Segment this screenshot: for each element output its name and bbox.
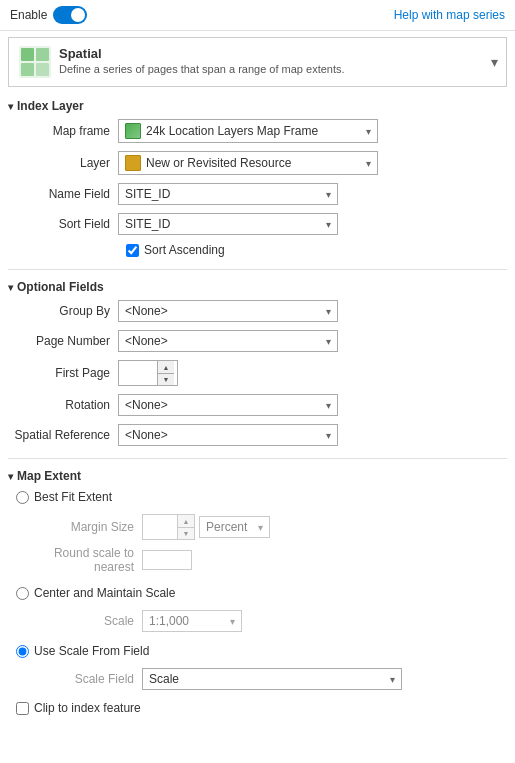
spatial-ref-label: Spatial Reference — [8, 428, 118, 442]
layer-control: New or Revisited Resource ▾ — [118, 151, 507, 175]
page-number-control: <None> ▾ — [118, 330, 507, 352]
map-frame-arrow: ▾ — [366, 126, 371, 137]
enable-toggle[interactable] — [53, 6, 87, 24]
margin-size-spin-buttons: ▲ ▼ — [177, 515, 194, 539]
scale-label: Scale — [32, 614, 142, 628]
name-field-dropdown[interactable]: SITE_ID ▾ — [118, 183, 338, 205]
use-scale-field-radio[interactable] — [16, 645, 29, 658]
spatial-ref-dropdown[interactable]: <None> ▾ — [118, 424, 338, 446]
scale-value: 1:1,000 — [149, 614, 226, 628]
margin-size-input[interactable]: 25 — [143, 515, 177, 539]
clip-checkbox[interactable] — [16, 702, 29, 715]
margin-size-down-button[interactable]: ▼ — [178, 527, 194, 539]
use-scale-field-sub: Scale Field Scale ▾ — [8, 663, 507, 697]
page-number-value: <None> — [125, 334, 322, 348]
layer-dropdown[interactable]: New or Revisited Resource ▾ — [118, 151, 378, 175]
name-field-arrow: ▾ — [326, 189, 331, 200]
optional-fields-section-header[interactable]: ▾ Optional Fields — [0, 274, 515, 296]
page-number-row: Page Number <None> ▾ — [8, 326, 507, 356]
first-page-down-button[interactable]: ▼ — [158, 373, 174, 385]
group-by-value: <None> — [125, 304, 322, 318]
sort-field-dropdown[interactable]: SITE_ID ▾ — [118, 213, 338, 235]
index-layer-chevron: ▾ — [8, 101, 13, 112]
spatial-card[interactable]: Spatial Define a series of pages that sp… — [8, 37, 507, 87]
index-layer-form: Map frame 24k Location Layers Map Frame … — [0, 115, 515, 265]
round-scale-label: Round scale to nearest — [32, 546, 142, 574]
margin-size-spinbox[interactable]: 25 ▲ ▼ — [142, 514, 195, 540]
center-maintain-row: Center and Maintain Scale — [8, 581, 507, 605]
layer-row: Layer New or Revisited Resource ▾ — [8, 147, 507, 179]
scale-field-value: Scale — [149, 672, 386, 686]
sort-field-row: Sort Field SITE_ID ▾ — [8, 209, 507, 239]
center-maintain-sub: Scale 1:1,000 ▾ — [8, 605, 507, 639]
sort-ascending-checkbox[interactable] — [126, 244, 139, 257]
name-field-row: Name Field SITE_ID ▾ — [8, 179, 507, 209]
rotation-arrow: ▾ — [326, 400, 331, 411]
best-fit-radio[interactable] — [16, 491, 29, 504]
spatial-dropdown-arrow[interactable]: ▾ — [491, 54, 498, 70]
map-frame-dropdown[interactable]: 24k Location Layers Map Frame ▾ — [118, 119, 378, 143]
first-page-input[interactable]: 1 — [119, 361, 157, 385]
first-page-spin-buttons: ▲ ▼ — [157, 361, 174, 385]
scale-field-dropdown[interactable]: Scale ▾ — [142, 668, 402, 690]
layer-arrow: ▾ — [366, 158, 371, 169]
help-link[interactable]: Help with map series — [394, 8, 505, 22]
optional-fields-form: Group By <None> ▾ Page Number <None> ▾ F… — [0, 296, 515, 454]
spatial-icon — [19, 46, 51, 78]
margin-size-controls: 25 ▲ ▼ Percent ▾ — [142, 514, 270, 540]
layer-label: Layer — [8, 156, 118, 170]
map-frame-icon — [125, 123, 141, 139]
first-page-up-button[interactable]: ▲ — [158, 361, 174, 373]
enable-toggle-group: Enable — [10, 6, 87, 24]
index-layer-label: Index Layer — [17, 99, 84, 113]
sort-ascending-label: Sort Ascending — [144, 243, 225, 257]
margin-size-row: Margin Size 25 ▲ ▼ Percent ▾ — [32, 511, 507, 543]
map-frame-value: 24k Location Layers Map Frame — [146, 124, 362, 138]
page-number-arrow: ▾ — [326, 336, 331, 347]
spatial-text-block: Spatial Define a series of pages that sp… — [59, 46, 345, 75]
sort-field-value: SITE_ID — [125, 217, 322, 231]
map-extent-chevron: ▾ — [8, 471, 13, 482]
sort-ascending-row: Sort Ascending — [8, 239, 507, 261]
svg-rect-2 — [36, 48, 49, 61]
rotation-dropdown[interactable]: <None> ▾ — [118, 394, 338, 416]
scale-field-label: Scale Field — [32, 672, 142, 686]
enable-label: Enable — [10, 8, 47, 22]
margin-unit-dropdown[interactable]: Percent ▾ — [199, 516, 270, 538]
group-by-arrow: ▾ — [326, 306, 331, 317]
rotation-row: Rotation <None> ▾ — [8, 390, 507, 420]
page-number-dropdown[interactable]: <None> ▾ — [118, 330, 338, 352]
round-scale-input[interactable]: 10 — [142, 550, 192, 570]
round-scale-row: Round scale to nearest 10 — [32, 543, 507, 577]
index-layer-section-header[interactable]: ▾ Index Layer — [0, 93, 515, 115]
layer-icon — [125, 155, 141, 171]
group-by-dropdown[interactable]: <None> ▾ — [118, 300, 338, 322]
map-extent-label: Map Extent — [17, 469, 81, 483]
center-maintain-radio[interactable] — [16, 587, 29, 600]
first-page-spinbox[interactable]: 1 ▲ ▼ — [118, 360, 178, 386]
margin-size-up-button[interactable]: ▲ — [178, 515, 194, 527]
spatial-desc: Define a series of pages that span a ran… — [59, 63, 345, 75]
clip-row: Clip to index feature — [8, 697, 507, 719]
margin-unit-value: Percent — [206, 520, 254, 534]
margin-size-label: Margin Size — [32, 520, 142, 534]
layer-value: New or Revisited Resource — [146, 156, 362, 170]
divider-2 — [8, 458, 507, 459]
rotation-control: <None> ▾ — [118, 394, 507, 416]
sort-field-label: Sort Field — [8, 217, 118, 231]
best-fit-label: Best Fit Extent — [34, 490, 112, 504]
scale-dropdown[interactable]: 1:1,000 ▾ — [142, 610, 242, 632]
map-extent-section-header[interactable]: ▾ Map Extent — [0, 463, 515, 485]
group-by-control: <None> ▾ — [118, 300, 507, 322]
rotation-value: <None> — [125, 398, 322, 412]
optional-fields-label: Optional Fields — [17, 280, 104, 294]
scale-row: Scale 1:1,000 ▾ — [32, 607, 507, 635]
map-frame-control: 24k Location Layers Map Frame ▾ — [118, 119, 507, 143]
name-field-control: SITE_ID ▾ — [118, 183, 507, 205]
svg-rect-4 — [36, 63, 49, 76]
clip-label: Clip to index feature — [34, 701, 141, 715]
sort-field-arrow: ▾ — [326, 219, 331, 230]
spatial-ref-arrow: ▾ — [326, 430, 331, 441]
svg-rect-1 — [21, 48, 34, 61]
map-frame-label: Map frame — [8, 124, 118, 138]
